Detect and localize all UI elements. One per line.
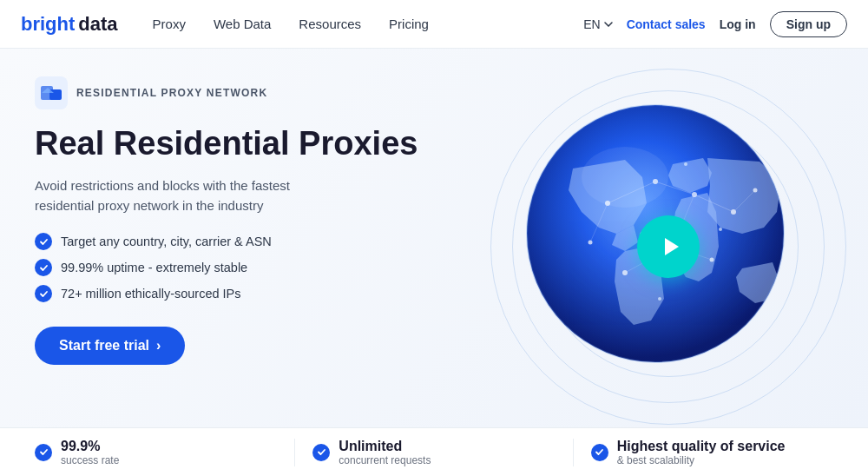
svg-point-19 [658, 297, 661, 301]
play-button[interactable] [637, 215, 700, 278]
hero-left: RESIDENTIAL PROXY NETWORK Real Residenti… [0, 49, 469, 427]
svg-point-18 [719, 228, 722, 231]
navbar: bright data Proxy Web Data Resources Pri… [0, 0, 868, 49]
hero-title: Real Residential Proxies [35, 125, 434, 163]
stats-bar: 99.9% success rate Unlimited concurrent … [0, 427, 868, 476]
stat-check-1 [35, 444, 52, 461]
nav-proxy[interactable]: Proxy [153, 17, 186, 31]
product-badge: RESIDENTIAL PROXY NETWORK [35, 76, 434, 109]
feature-item-3: 72+ million ethically-sourced IPs [35, 285, 434, 302]
nav-right: EN Contact sales Log in Sign up [583, 11, 847, 37]
start-trial-button[interactable]: Start free trial › [35, 327, 185, 365]
chevron-down-icon [604, 22, 613, 27]
arrow-icon: › [156, 338, 161, 354]
badge-label: RESIDENTIAL PROXY NETWORK [76, 87, 267, 99]
logo-data: data [78, 13, 117, 36]
signup-button[interactable]: Sign up [770, 11, 847, 37]
main-section: RESIDENTIAL PROXY NETWORK Real Residenti… [0, 49, 868, 427]
globe-container [521, 99, 816, 394]
stat-text-3: Highest quality of service & best scalab… [617, 439, 786, 466]
stat-check-2 [312, 444, 330, 461]
nav-web-data[interactable]: Web Data [214, 17, 271, 31]
feature-item-1: Target any country, city, carrier & ASN [35, 233, 434, 250]
contact-sales-link[interactable]: Contact sales [627, 17, 706, 31]
stat-quality: Highest quality of service & best scalab… [591, 439, 833, 466]
stat-success-rate: 99.9% success rate [35, 439, 277, 466]
hero-subtitle: Avoid restrictions and blocks with the f… [35, 175, 347, 216]
svg-marker-31 [665, 238, 679, 255]
stat-unlimited: Unlimited concurrent requests [312, 439, 555, 466]
play-icon [658, 235, 682, 259]
nav-resources[interactable]: Resources [299, 17, 361, 31]
nav-pricing[interactable]: Pricing [389, 17, 429, 31]
stat-divider-1 [294, 439, 295, 466]
stat-check-3 [591, 444, 608, 461]
stat-divider-2 [573, 439, 574, 466]
check-icon-3 [35, 285, 52, 302]
feature-item-2: 99.99% uptime - extremely stable [35, 259, 434, 276]
check-icon-1 [35, 233, 52, 250]
svg-point-17 [684, 162, 687, 166]
language-selector[interactable]: EN [583, 17, 612, 31]
stat-text-1: 99.9% success rate [61, 439, 119, 466]
logo-bright: bright [21, 13, 75, 36]
stat-text-2: Unlimited concurrent requests [339, 439, 431, 466]
badge-icon [35, 76, 68, 109]
features-list: Target any country, city, carrier & ASN … [35, 233, 434, 302]
check-icon-2 [35, 259, 52, 276]
logo[interactable]: bright data [21, 13, 118, 36]
login-button[interactable]: Log in [720, 17, 756, 31]
hero-right [469, 49, 868, 427]
svg-point-29 [582, 147, 668, 208]
nav-links: Proxy Web Data Resources Pricing [153, 17, 584, 31]
